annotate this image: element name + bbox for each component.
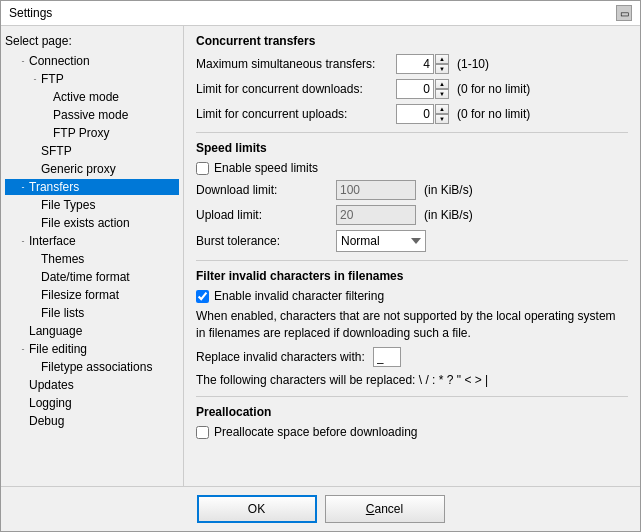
tree-label-language: Language (29, 324, 82, 338)
limit-downloads-down[interactable]: ▼ (435, 89, 449, 99)
limit-downloads-row: Limit for concurrent downloads: ▲ ▼ (0 f… (196, 79, 628, 99)
limit-downloads-spinner: ▲ ▼ (396, 79, 449, 99)
tree-label-logging: Logging (29, 396, 72, 410)
tree-item-file-exists-action[interactable]: File exists action (5, 215, 179, 231)
tree-item-ftp-proxy[interactable]: FTP Proxy (5, 125, 179, 141)
download-limit-input[interactable] (336, 180, 416, 200)
tree-label-file-types: File Types (41, 198, 95, 212)
max-simultaneous-label: Maximum simultaneous transfers: (196, 57, 396, 71)
limit-downloads-label: Limit for concurrent downloads: (196, 82, 396, 96)
tree-label-file-lists: File lists (41, 306, 84, 320)
preallocate-label[interactable]: Preallocate space before downloading (214, 425, 417, 439)
preallocate-checkbox[interactable] (196, 426, 209, 439)
window-control[interactable]: ▭ (616, 5, 632, 21)
replace-with-label: Replace invalid characters with: (196, 350, 365, 364)
tree-item-active-mode[interactable]: Active mode (5, 89, 179, 105)
tree-item-transfers[interactable]: -Transfers (5, 179, 179, 195)
tree-label-passive-mode: Passive mode (53, 108, 128, 122)
download-limit-label: Download limit: (196, 183, 336, 197)
tree-expander-transfers: - (17, 182, 29, 192)
bottom-bar: OK Cancel (1, 486, 640, 531)
tree-label-generic-proxy: Generic proxy (41, 162, 116, 176)
enable-speed-limits-label[interactable]: Enable speed limits (214, 161, 318, 175)
right-panel: Concurrent transfers Maximum simultaneou… (184, 26, 640, 486)
burst-tolerance-label: Burst tolerance: (196, 234, 336, 248)
tree-label-ftp: FTP (41, 72, 64, 86)
page-tree: -Connection-FTPActive modePassive modeFT… (5, 52, 179, 430)
tree-expander-ftp: - (29, 74, 41, 84)
limit-uploads-label: Limit for concurrent uploads: (196, 107, 396, 121)
window-title: Settings (9, 6, 52, 20)
download-limit-row: Download limit: (in KiB/s) (196, 180, 628, 200)
limit-downloads-input[interactable] (396, 79, 434, 99)
limit-uploads-input[interactable] (396, 104, 434, 124)
cancel-button[interactable]: Cancel (325, 495, 445, 523)
upload-limit-row: Upload limit: (in KiB/s) (196, 205, 628, 225)
divider-1 (196, 132, 628, 133)
settings-window: Settings ▭ Select page: -Connection-FTPA… (0, 0, 641, 532)
select-page-label: Select page: (5, 34, 179, 48)
tree-item-sftp[interactable]: SFTP (5, 143, 179, 159)
upload-limit-input[interactable] (336, 205, 416, 225)
tree-expander-interface: - (17, 236, 29, 246)
enable-filtering-label[interactable]: Enable invalid character filtering (214, 289, 384, 303)
replace-with-row: Replace invalid characters with: (196, 347, 628, 367)
tree-item-generic-proxy[interactable]: Generic proxy (5, 161, 179, 177)
tree-label-active-mode: Active mode (53, 90, 119, 104)
limit-uploads-spinner: ▲ ▼ (396, 104, 449, 124)
tree-label-datetime-format: Date/time format (41, 270, 130, 284)
max-simultaneous-row: Maximum simultaneous transfers: ▲ ▼ (1-1… (196, 54, 628, 74)
enable-speed-limits-row: Enable speed limits (196, 161, 628, 175)
filter-invalid-title: Filter invalid characters in filenames (196, 269, 628, 283)
following-chars-text: The following characters will be replace… (196, 372, 628, 389)
tree-label-debug: Debug (29, 414, 64, 428)
tree-label-ftp-proxy: FTP Proxy (53, 126, 109, 140)
download-limit-unit: (in KiB/s) (424, 183, 473, 197)
max-simultaneous-spinner: ▲ ▼ (396, 54, 449, 74)
tree-item-connection[interactable]: -Connection (5, 53, 179, 69)
filter-info-text: When enabled, characters that are not su… (196, 308, 628, 342)
max-simultaneous-hint: (1-10) (457, 57, 489, 71)
tree-expander-connection: - (17, 56, 29, 66)
tree-item-debug[interactable]: Debug (5, 413, 179, 429)
tree-label-file-editing: File editing (29, 342, 87, 356)
burst-tolerance-row: Burst tolerance: Normal Low High None (196, 230, 628, 252)
tree-item-filesize-format[interactable]: Filesize format (5, 287, 179, 303)
tree-item-filetype-assoc[interactable]: Filetype associations (5, 359, 179, 375)
tree-item-passive-mode[interactable]: Passive mode (5, 107, 179, 123)
main-content: Select page: -Connection-FTPActive modeP… (1, 26, 640, 486)
tree-label-filesize-format: Filesize format (41, 288, 119, 302)
max-simultaneous-up[interactable]: ▲ (435, 54, 449, 64)
title-bar: Settings ▭ (1, 1, 640, 26)
tree-label-filetype-assoc: Filetype associations (41, 360, 152, 374)
tree-item-themes[interactable]: Themes (5, 251, 179, 267)
tree-item-language[interactable]: Language (5, 323, 179, 339)
speed-limits-title: Speed limits (196, 141, 628, 155)
burst-tolerance-select[interactable]: Normal Low High None (336, 230, 426, 252)
tree-item-ftp[interactable]: -FTP (5, 71, 179, 87)
max-simultaneous-input[interactable] (396, 54, 434, 74)
tree-label-interface: Interface (29, 234, 76, 248)
limit-uploads-down[interactable]: ▼ (435, 114, 449, 124)
enable-filtering-checkbox[interactable] (196, 290, 209, 303)
tree-item-interface[interactable]: -Interface (5, 233, 179, 249)
tree-item-file-editing[interactable]: -File editing (5, 341, 179, 357)
limit-uploads-up[interactable]: ▲ (435, 104, 449, 114)
tree-item-datetime-format[interactable]: Date/time format (5, 269, 179, 285)
tree-item-logging[interactable]: Logging (5, 395, 179, 411)
tree-item-file-lists[interactable]: File lists (5, 305, 179, 321)
ok-button[interactable]: OK (197, 495, 317, 523)
tree-item-file-types[interactable]: File Types (5, 197, 179, 213)
replace-with-input[interactable] (373, 347, 401, 367)
preallocate-row: Preallocate space before downloading (196, 425, 628, 439)
divider-3 (196, 396, 628, 397)
enable-speed-limits-checkbox[interactable] (196, 162, 209, 175)
max-simultaneous-down[interactable]: ▼ (435, 64, 449, 74)
enable-filtering-row: Enable invalid character filtering (196, 289, 628, 303)
tree-item-updates[interactable]: Updates (5, 377, 179, 393)
tree-label-transfers: Transfers (29, 180, 79, 194)
upload-limit-label: Upload limit: (196, 208, 336, 222)
limit-downloads-hint: (0 for no limit) (457, 82, 530, 96)
limit-uploads-hint: (0 for no limit) (457, 107, 530, 121)
limit-downloads-up[interactable]: ▲ (435, 79, 449, 89)
